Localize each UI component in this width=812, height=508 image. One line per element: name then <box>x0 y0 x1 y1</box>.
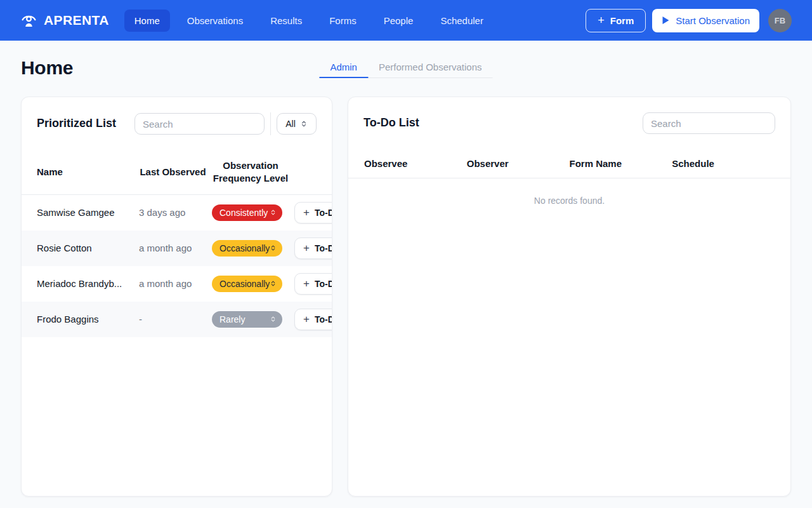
add-todo-button-label: To-Do <box>315 208 332 218</box>
frequency-level-select[interactable]: Occasionally <box>212 240 282 257</box>
plus-icon: + <box>303 278 310 289</box>
todo-table-header: Observee Observer Form Name Schedule <box>348 149 790 178</box>
tabs: Admin Performed Observations <box>319 56 492 78</box>
frequency-level-select[interactable]: Occasionally <box>212 276 282 292</box>
frequency-level-select[interactable]: Consistently <box>212 204 282 221</box>
todo-list-title: To-Do List <box>363 116 419 130</box>
add-todo-button-label: To-Do <box>315 279 332 289</box>
nav-item-home[interactable]: Home <box>124 10 170 32</box>
todo-search-input[interactable] <box>643 112 775 134</box>
chevron-up-down-icon <box>300 120 308 128</box>
frequency-level-value: Occasionally <box>219 279 270 289</box>
chevron-up-down-icon <box>270 209 277 216</box>
table-row: Meriadoc Brandyb... a month ago Occasion… <box>22 266 332 302</box>
last-observed-value: a month ago <box>139 243 212 253</box>
navbar-actions: + Form Start Observation FB <box>586 9 792 32</box>
column-header-schedule: Schedule <box>672 149 775 178</box>
last-observed-value: 3 days ago <box>139 207 212 218</box>
navbar: APRENTA Home Observations Results Forms … <box>0 0 812 41</box>
table-row: Samwise Gamgee 3 days ago Consistently +… <box>22 195 332 231</box>
add-todo-button-label: To-Do <box>315 243 332 253</box>
add-todo-button-label: To-Do <box>315 314 332 324</box>
table-row: Rosie Cotton a month ago Occasionally + … <box>22 231 332 266</box>
observee-name: Frodo Baggins <box>22 314 139 324</box>
todo-list-header: To-Do List <box>348 97 790 149</box>
tab-admin[interactable]: Admin <box>319 56 368 78</box>
table-row: Frodo Baggins - Rarely + To-Do <box>22 302 332 337</box>
prioritized-search-input[interactable] <box>134 113 265 135</box>
column-header-form-name: Form Name <box>570 149 672 178</box>
prioritized-list-card: Prioritized List All Name Last Observed … <box>21 97 332 497</box>
add-form-button[interactable]: + Form <box>586 9 646 32</box>
tab-performed-observations[interactable]: Performed Observations <box>368 56 493 78</box>
add-todo-button[interactable]: + To-Do <box>294 202 332 224</box>
main-nav: Home Observations Results Forms People S… <box>124 10 586 32</box>
add-todo-button[interactable]: + To-Do <box>294 237 332 259</box>
add-todo-button[interactable]: + To-Do <box>294 273 332 295</box>
frequency-level-select[interactable]: Rarely <box>212 311 282 328</box>
chevron-up-down-icon <box>270 280 277 287</box>
prioritized-list-title: Prioritized List <box>37 116 129 131</box>
chevron-up-down-icon <box>270 316 277 323</box>
nav-item-results[interactable]: Results <box>260 10 312 32</box>
nav-item-forms[interactable]: Forms <box>319 10 367 32</box>
frequency-filter-value: All <box>285 119 296 129</box>
avatar[interactable]: FB <box>768 9 792 32</box>
nav-item-people[interactable]: People <box>374 10 424 32</box>
frequency-filter-select[interactable]: All <box>277 113 317 135</box>
todo-list-card: To-Do List Observee Observer Form Name S… <box>348 97 791 497</box>
empty-state-message: No records found. <box>348 178 790 206</box>
column-header-observer: Observer <box>467 149 570 178</box>
prioritized-table: Name Last Observed Observation Frequency… <box>22 150 332 337</box>
observee-name: Meriadoc Brandyb... <box>22 278 139 289</box>
start-observation-label: Start Observation <box>676 15 750 26</box>
page-header: Home Admin Performed Observations <box>0 56 812 97</box>
brand-name: APRENTA <box>44 13 109 28</box>
aprenta-logo-icon <box>20 12 37 29</box>
nav-item-scheduler[interactable]: Scheduler <box>430 10 494 32</box>
add-form-button-label: Form <box>610 15 634 26</box>
frequency-level-value: Occasionally <box>219 243 270 253</box>
last-observed-value: a month ago <box>139 278 212 289</box>
plus-icon: + <box>598 15 605 26</box>
column-header-actions <box>294 163 332 181</box>
column-header-last-observed: Last Observed <box>139 157 212 187</box>
brand[interactable]: APRENTA <box>20 12 109 29</box>
column-header-frequency-level: Observation Frequency Level <box>212 150 294 194</box>
add-todo-button[interactable]: + To-Do <box>294 309 332 330</box>
play-icon <box>662 16 670 25</box>
column-header-observee: Observee <box>364 149 467 178</box>
plus-icon: + <box>303 243 310 253</box>
plus-icon: + <box>303 207 310 218</box>
prioritized-list-header: Prioritized List All <box>22 97 332 150</box>
observee-name: Samwise Gamgee <box>22 207 139 218</box>
nav-item-observations[interactable]: Observations <box>177 10 253 32</box>
plus-icon: + <box>303 314 310 324</box>
last-observed-value: - <box>139 314 212 324</box>
column-header-name: Name <box>22 157 139 187</box>
start-observation-button[interactable]: Start Observation <box>652 9 759 32</box>
chevron-up-down-icon <box>270 244 277 251</box>
frequency-level-value: Consistently <box>219 208 268 218</box>
prioritized-table-header: Name Last Observed Observation Frequency… <box>22 150 332 195</box>
frequency-level-value: Rarely <box>219 314 245 324</box>
observee-name: Rosie Cotton <box>22 243 139 253</box>
header-divider <box>270 112 271 135</box>
main-content: Prioritized List All Name Last Observed … <box>0 97 812 497</box>
